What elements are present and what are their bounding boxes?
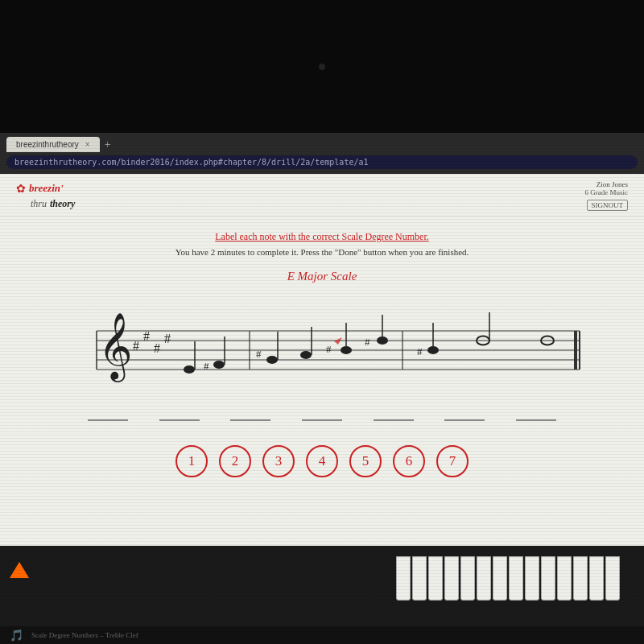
- address-bar-row: breezinthrutheory.com/binder2016/index.p…: [0, 152, 644, 174]
- logo-thru: thru: [31, 198, 47, 209]
- svg-point-30: [377, 336, 388, 345]
- svg-text:#: #: [417, 345, 423, 357]
- svg-text:#: #: [133, 339, 139, 353]
- num-btn-5[interactable]: 5: [349, 445, 382, 477]
- new-tab-icon[interactable]: +: [105, 138, 111, 151]
- blank-4[interactable]: [302, 407, 342, 421]
- svg-text:#: #: [204, 360, 209, 372]
- num-btn-7[interactable]: 7: [436, 445, 469, 477]
- blank-3[interactable]: [230, 407, 270, 421]
- svg-point-15: [184, 365, 195, 374]
- svg-text:#: #: [154, 341, 160, 355]
- signout-button[interactable]: SIGNOUT: [587, 200, 629, 211]
- blank-5[interactable]: [374, 407, 414, 421]
- site-header: ✿ breezin' thru theory Zion Jones 6 Grad…: [0, 174, 644, 217]
- blank-1[interactable]: [88, 407, 128, 421]
- piano-keys: [396, 556, 620, 601]
- svg-text:#: #: [326, 343, 332, 355]
- footer-text: Scale Degree Numbers – Treble Clef: [31, 631, 138, 639]
- tab-title: breezinthrutheory: [16, 140, 79, 149]
- logo-breezin: breezin': [29, 182, 64, 195]
- main-content: Label each note with the correct Scale D…: [0, 217, 644, 546]
- tab-bar: breezinthrutheory × +: [0, 133, 644, 152]
- top-bezel: [0, 0, 644, 133]
- bottom-bar: 🎵 Scale Degree Numbers – Treble Clef: [0, 626, 644, 644]
- white-key: [460, 556, 475, 601]
- answer-blanks: [72, 407, 572, 421]
- white-key: [573, 556, 588, 601]
- white-key: [493, 556, 507, 601]
- staff-svg: 𝄞 # # # # #: [48, 295, 596, 399]
- logo-theory: theory: [50, 198, 75, 209]
- logo: ✿ breezin' thru theory: [16, 182, 75, 210]
- white-key: [444, 556, 459, 601]
- address-bar[interactable]: breezinthrutheory.com/binder2016/index.p…: [6, 155, 638, 169]
- logo-icon: ✿: [16, 182, 26, 196]
- instruction-subtitle: You have 2 minutes to complete it. Press…: [175, 247, 469, 257]
- white-key: [605, 556, 620, 601]
- white-key: [428, 556, 443, 601]
- svg-text:#: #: [143, 329, 150, 343]
- svg-text:#: #: [365, 336, 370, 348]
- svg-point-23: [300, 351, 312, 359]
- scale-title: E Major Scale: [287, 270, 357, 283]
- num-btn-4[interactable]: 4: [306, 445, 338, 477]
- user-grade: 6 Grade Music: [585, 188, 629, 196]
- blank-2[interactable]: [159, 407, 200, 421]
- music-staff: 𝄞 # # # # #: [48, 295, 596, 402]
- blank-6[interactable]: [444, 407, 485, 421]
- browser-tab[interactable]: breezinthrutheory ×: [6, 137, 100, 152]
- white-key: [557, 556, 572, 601]
- svg-text:#: #: [256, 348, 262, 360]
- num-btn-2[interactable]: 2: [219, 445, 251, 477]
- num-btn-6[interactable]: 6: [393, 445, 425, 477]
- white-key: [412, 556, 427, 601]
- orange-triangle-icon: [10, 562, 29, 578]
- white-key: [525, 556, 539, 601]
- svg-point-33: [427, 346, 439, 354]
- camera-dot: [319, 64, 325, 70]
- blank-7[interactable]: [516, 407, 556, 421]
- white-key: [396, 556, 411, 601]
- instruction-title: Label each note with the correct Scale D…: [215, 231, 429, 243]
- svg-point-21: [266, 356, 278, 364]
- white-key: [477, 556, 491, 601]
- user-name: Zion Jones: [585, 180, 629, 188]
- svg-point-18: [213, 361, 225, 369]
- bottom-logo-icon: 🎵: [10, 629, 23, 642]
- tab-close-icon[interactable]: ×: [85, 140, 90, 149]
- white-key: [509, 556, 523, 601]
- white-key: [589, 556, 604, 601]
- keyboard-section: [0, 546, 644, 626]
- num-btn-3[interactable]: 3: [262, 445, 295, 477]
- num-btn-1[interactable]: 1: [175, 445, 208, 477]
- white-key: [541, 556, 555, 601]
- svg-text:#: #: [164, 332, 171, 345]
- svg-point-26: [341, 346, 352, 354]
- user-section: Zion Jones 6 Grade Music SIGNOUT: [585, 180, 629, 211]
- number-buttons: 1 2 3 4 5 6 7: [175, 445, 469, 477]
- svg-text:𝄞: 𝄞: [98, 313, 133, 382]
